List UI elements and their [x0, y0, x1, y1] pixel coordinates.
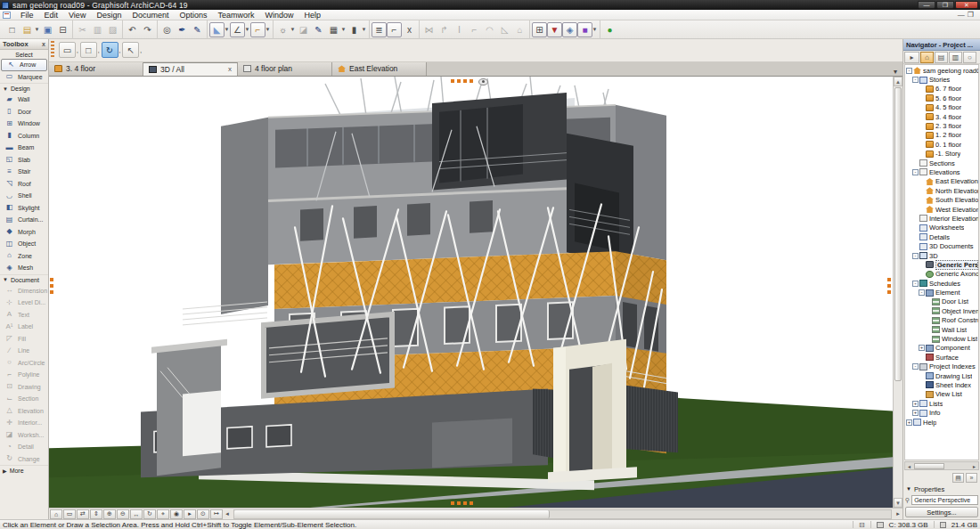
tree-item-3d[interactable]: -3D — [905, 251, 978, 260]
tree-item-schedules[interactable]: -Schedules — [905, 279, 978, 288]
collapse-icon[interactable]: - — [912, 281, 919, 287]
tool-mesh[interactable]: ◈Mesh — [0, 262, 48, 274]
orbit-icon[interactable]: ↻ — [143, 509, 156, 519]
tree-item-5-6-floor[interactable]: 5. 6 floor — [905, 94, 978, 102]
fit-in-window-icon[interactable]: ▭ — [63, 509, 76, 519]
pick-up-parameters-icon[interactable]: ✒ — [175, 22, 190, 37]
menu-view[interactable]: View — [63, 10, 91, 20]
horizontal-scroll-thumb[interactable] — [234, 510, 550, 518]
navigator-settings-icon[interactable]: ▤ — [952, 473, 964, 483]
orbit-tool-icon[interactable]: ↻ — [102, 42, 118, 58]
minimize-button[interactable]: — — [918, 1, 935, 9]
collapse-icon[interactable]: - — [912, 253, 919, 259]
tree-item-component[interactable]: +Component — [905, 344, 978, 353]
tree-item-2-3-floor[interactable]: 2. 3 floor — [905, 121, 978, 130]
menu-file[interactable]: File — [15, 10, 39, 20]
marquee-tool-icon[interactable]: ▭ — [59, 42, 76, 58]
print-icon[interactable]: ⊟ — [55, 22, 70, 37]
box-selection-tool-icon[interactable]: □ — [80, 42, 97, 58]
tree-item-sections[interactable]: Sections — [905, 159, 978, 167]
restore-button[interactable]: ❐ — [936, 1, 954, 9]
toolbox-close-icon[interactable]: x — [42, 41, 45, 47]
elevation-marker-left[interactable] — [50, 278, 53, 296]
expand-icon[interactable]: + — [919, 345, 925, 351]
tool-marquee[interactable]: ▭Marquee — [0, 71, 48, 84]
tree-item-east-elevation[interactable]: East Elevation — [905, 177, 978, 186]
mdi-restore-button[interactable]: ❐ — [968, 11, 974, 20]
expand-icon[interactable]: + — [912, 401, 919, 407]
tool-arrow[interactable]: ↖Arrow — [1, 59, 47, 71]
tool-zone[interactable]: ⌂Zone — [0, 250, 48, 263]
arrow-cursor-tool-icon[interactable]: ↖ — [122, 42, 139, 58]
close-button[interactable]: ✕ — [955, 1, 978, 9]
toolbox-section-more[interactable]: ▶More — [0, 465, 48, 476]
tree-item-6-7-floor[interactable]: 6. 7 floor — [905, 85, 978, 94]
tree-item-sam-geelong-road09[interactable]: -sam geelong road09 — [905, 66, 978, 75]
tree-item-generic-axonometry[interactable]: Generic Axonometry — [905, 270, 978, 279]
tree-item-sheet-index[interactable]: Sheet Index — [905, 380, 978, 389]
tree-item-1-2-floor[interactable]: 1. 2 floor — [905, 131, 978, 140]
horizontal-scrollbar[interactable] — [233, 509, 892, 519]
increase-zoom-icon[interactable]: ⊕ — [103, 509, 116, 519]
tool-curtain[interactable]: ▤Curtain... — [0, 214, 48, 226]
tree-item-drawing-list[interactable]: Drawing List — [905, 371, 978, 380]
menu-design[interactable]: Design — [91, 10, 127, 20]
project-chooser-icon[interactable]: ▸ — [904, 52, 919, 63]
toolbox-section-document[interactable]: ▼Document — [0, 274, 48, 285]
orbit-tool-flyout-icon[interactable]: ‚ — [119, 46, 121, 54]
tree-item-generic-perspective[interactable]: Generic Perspective — [905, 260, 978, 269]
collapse-icon[interactable]: - — [912, 77, 919, 83]
expand-icon[interactable]: + — [912, 410, 919, 416]
elevation-marker-bottom[interactable] — [451, 501, 474, 505]
construction-options-icon[interactable]: ⌐ — [250, 22, 265, 37]
view-map-icon[interactable]: ▤ — [935, 52, 948, 63]
collapse-icon[interactable]: - — [906, 68, 912, 74]
redo-icon[interactable]: ↷ — [140, 22, 155, 37]
open-file-icon[interactable]: ▤ — [20, 22, 35, 37]
mdi-minimize-button[interactable]: — — [958, 11, 965, 20]
close-panel-icon[interactable]: x — [402, 22, 417, 37]
arrow-tool-options-dropdown-icon[interactable]: ▼ — [224, 27, 230, 32]
properties-header[interactable]: ▼ Properties — [903, 484, 980, 494]
collapse-icon[interactable]: - — [919, 289, 925, 296]
tree-item-worksheets[interactable]: Worksheets — [905, 224, 978, 232]
pen-icon[interactable]: ✎ — [311, 22, 326, 37]
slope-options-dropdown-icon[interactable]: ▼ — [244, 27, 250, 32]
tool-window[interactable]: ⊞Window — [0, 118, 48, 130]
scroll-zoom-icon[interactable]: ⇄ — [77, 509, 89, 519]
virtual-trace-icon[interactable]: ⊞ — [532, 22, 547, 37]
tool-morph[interactable]: ◆Morph — [0, 226, 48, 239]
collapse-icon[interactable]: - — [912, 363, 919, 370]
scroll-down-icon[interactable]: ▼ — [894, 498, 902, 508]
vertical-scrollbar[interactable]: ▲ ▼ — [893, 77, 902, 508]
project-map-icon[interactable]: ⌂ — [920, 52, 934, 63]
pan-icon[interactable]: ↔ — [130, 509, 143, 519]
navigator-h-scrollbar[interactable]: ◂ ▸ — [904, 461, 979, 470]
layers-dropdown-icon[interactable]: ▼ — [340, 27, 347, 32]
find-select-icon[interactable]: ◎ — [159, 22, 175, 37]
save-icon[interactable]: ▣ — [40, 22, 55, 37]
tree-item-view-list[interactable]: View List — [905, 390, 978, 399]
menu-edit[interactable]: Edit — [39, 10, 64, 20]
tree-item-details[interactable]: Details — [905, 232, 978, 241]
tree-item-object-inventory[interactable]: Object Inventory — [905, 306, 978, 315]
walk-mode-icon[interactable]: ⌖ — [157, 509, 169, 519]
navigator-expand-icon[interactable]: » — [966, 473, 977, 483]
tab-east-elevation[interactable]: East Elevation — [332, 62, 427, 76]
menu-help[interactable]: Help — [299, 10, 327, 20]
elevation-marker-right[interactable] — [887, 278, 891, 296]
slope-options-icon[interactable]: ∠ — [230, 22, 245, 37]
tree-item-project-indexes[interactable]: -Project Indexes — [905, 362, 978, 371]
settings-button[interactable]: Settings... — [905, 507, 978, 517]
tree-item-lists[interactable]: +Lists — [905, 399, 978, 408]
layers-icon[interactable]: ▦ — [326, 22, 341, 37]
tab-overflow-icon[interactable]: ▾ — [888, 68, 902, 76]
tree-item-door-list[interactable]: Door List — [905, 297, 978, 306]
decrease-zoom-icon[interactable]: ⊖ — [117, 509, 129, 519]
collapse-icon[interactable]: - — [912, 169, 919, 175]
nav-scroll-thumb[interactable] — [914, 463, 944, 469]
nav-scroll-left-icon[interactable]: ◂ — [905, 463, 913, 469]
view-name-field[interactable]: Generic Perspective — [911, 495, 978, 505]
3d-viewport[interactable]: ▲ ▼ — [49, 77, 902, 508]
structure-display-dropdown-icon[interactable]: ▼ — [361, 27, 367, 32]
